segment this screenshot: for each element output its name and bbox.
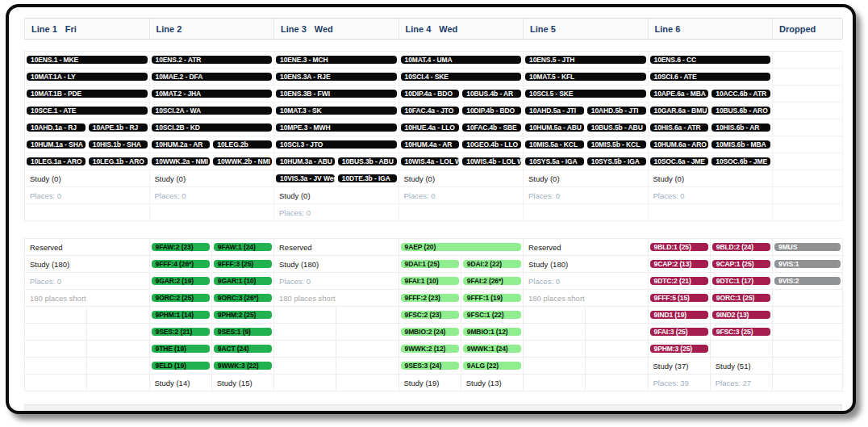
class-block[interactable]: 10SCI.2A - WA [152, 107, 273, 115]
class-block[interactable]: 10FAC.4b - SBE [462, 123, 521, 132]
class-block[interactable]: 10HUM.1a - SHA [27, 140, 86, 149]
class-block[interactable]: 10SCI.3 - JTO [276, 140, 397, 149]
class-block[interactable]: 10LEG.2b [213, 140, 272, 149]
class-block[interactable]: 9FFF:2 (23) [401, 294, 459, 302]
class-block[interactable]: 9PHM:1 (14) [152, 311, 210, 319]
class-block[interactable]: 9FAW:2 (23) [152, 243, 210, 251]
class-block[interactable]: 9ACT (24) [214, 345, 272, 353]
class-block[interactable]: 10GEO.4b - LLO [462, 140, 521, 149]
class-block[interactable]: 10LEG.1b - ARO [89, 157, 148, 165]
column-header-dropped[interactable]: Dropped [773, 19, 843, 39]
class-block[interactable]: 10WIS.4b - LOL Wed [462, 157, 521, 165]
column-header-line-5[interactable]: Line 5 [524, 19, 649, 39]
class-block[interactable]: 9FSC:3 (25) [712, 328, 770, 336]
class-block[interactable]: 10HUM.4a - AR [401, 140, 460, 149]
class-block[interactable]: 9GAR:1 (10) [214, 277, 272, 285]
class-block[interactable]: 10HIS.1b - SHA [89, 140, 148, 149]
column-header-line-4[interactable]: Line 4Wed [399, 19, 524, 39]
class-block[interactable]: 10BUS.5b - ABU [587, 123, 646, 132]
class-block[interactable]: 10MAT.2 - JHA [152, 90, 273, 98]
class-block[interactable]: 10FAC.4a - JTO [401, 107, 460, 115]
class-block[interactable]: 10ENS.2 - ATR [152, 56, 273, 64]
class-block[interactable]: 9DTC:1 (17) [712, 277, 770, 285]
class-block[interactable]: 10MPE.3 - MWH [276, 123, 397, 132]
class-block[interactable]: 10ENS.3A - RJE [276, 73, 397, 81]
class-block[interactable]: 10HUM.5a - ABU [525, 123, 584, 132]
class-block[interactable]: 10MAE.2 - DFA [152, 73, 273, 81]
class-block[interactable]: 10MIS.6b - MBA [712, 140, 770, 149]
class-block[interactable]: 9VIS:1 [774, 260, 841, 268]
class-block[interactable]: 10ENS.1 - MKE [27, 56, 148, 64]
class-block[interactable]: 9ORC:2 (25) [152, 294, 210, 302]
class-block[interactable]: 10HUE.4a - LLO [401, 123, 460, 132]
class-block[interactable]: 9DTC:2 (21) [650, 277, 708, 285]
class-block[interactable]: 10DTE.3b - IGA [338, 174, 397, 182]
class-block[interactable]: 9PHM:3 (25) [650, 345, 708, 353]
class-block[interactable]: 9CAP:2 (13) [650, 260, 708, 268]
class-block[interactable]: 9IND2 (13) [712, 311, 770, 319]
class-block[interactable]: 9PHM:2 (25) [214, 311, 272, 319]
class-block[interactable]: 10ENE.3 - MCH [276, 56, 397, 64]
class-block[interactable]: 9FFF:5 (15) [650, 294, 708, 302]
class-block[interactable]: 10BUS.3b - ABU [338, 157, 397, 165]
class-block[interactable]: 10SCI.4 - SKE [401, 73, 522, 81]
class-block[interactable]: 10HUM.6a - ARO [650, 140, 709, 149]
class-block[interactable]: 9THE (19) [152, 345, 210, 353]
class-block[interactable]: 10HIS.6b - AR [712, 123, 770, 132]
class-block[interactable]: 9WWK:2 (12) [401, 345, 459, 353]
class-block[interactable]: 9MUS [774, 243, 841, 251]
class-block[interactable]: 10MAT.1B - PDE [27, 90, 148, 98]
class-block[interactable]: 10MAT.5 - KFL [525, 73, 646, 81]
class-block[interactable]: 10MAT.4 - UMA [401, 56, 522, 64]
class-block[interactable]: 10ENS.3B - FWI [276, 90, 397, 98]
column-header-line-2[interactable]: Line 2 [150, 19, 275, 39]
class-block[interactable]: 10SOC.6b - JME [712, 157, 770, 165]
class-block[interactable]: 9IND1 (19) [650, 311, 708, 319]
class-block[interactable]: 10DIP.4b - BDO [462, 107, 521, 115]
class-block[interactable]: 10WWK.2a - NMI [152, 157, 211, 165]
class-block[interactable]: 10DIP.4a - BDO [401, 90, 460, 98]
class-block[interactable]: 9DAI:1 (25) [401, 260, 459, 268]
class-block[interactable]: 10VIS.3a - JV Wed [276, 174, 335, 182]
class-block[interactable]: 10BUS.4b - AR [462, 90, 521, 98]
class-block[interactable]: 10LEG.1a - ARO [27, 157, 86, 165]
class-block[interactable]: 10ACC.6b - ATR [712, 90, 770, 98]
class-block[interactable]: 9WWK:3 (22) [214, 362, 272, 370]
class-block[interactable]: 9SES:2 (21) [152, 328, 210, 336]
class-block[interactable]: 10HIS.6a - ATR [650, 123, 709, 132]
class-block[interactable]: 10SCI.2B - KD [152, 123, 273, 132]
class-block[interactable]: 10WWK.2b - NMI [213, 157, 272, 165]
class-block[interactable]: 10MAT.1A - LY [27, 73, 148, 81]
class-block[interactable]: 10ENS.6 - CC [650, 56, 771, 64]
class-block[interactable]: 10HUM.2a - AR [152, 140, 211, 149]
class-block[interactable]: 10WIS.4a - LOL Wed [401, 157, 460, 165]
class-block[interactable]: 9AEP (20) [401, 243, 522, 251]
class-block[interactable]: 9BLD:2 (24) [712, 243, 770, 251]
class-block[interactable]: 9BLD:1 (25) [650, 243, 708, 251]
class-block[interactable]: 9SES:1 (9) [214, 328, 272, 336]
class-block[interactable]: 9MBIO:2 (24) [401, 328, 459, 336]
class-block[interactable]: 9FAI:1 (10) [401, 277, 459, 285]
class-block[interactable]: 9ALG (22) [463, 362, 521, 370]
class-block[interactable]: 10HUM.3a - ABU [276, 157, 335, 165]
class-block[interactable]: 10ENS.5 - JTH [525, 56, 646, 64]
class-block[interactable]: 10MAT.3 - SK [276, 107, 397, 115]
class-block[interactable]: 10GAR.6a - BMU [650, 107, 709, 115]
class-block[interactable]: 9ELD (19) [152, 362, 210, 370]
class-block[interactable]: 10AHD.5a - JTI [525, 107, 584, 115]
class-block[interactable]: 10MIS.5a - KCL [525, 140, 584, 149]
class-block[interactable]: 10APE.1b - RJ [89, 123, 148, 132]
column-header-line-6[interactable]: Line 6 [649, 19, 774, 39]
column-header-line-1[interactable]: Line 1Fri [25, 19, 150, 39]
class-block[interactable]: 10AHD.1a - RJ [27, 123, 86, 132]
class-block[interactable]: 9GAR:2 (19) [152, 277, 210, 285]
class-block[interactable]: 9FSC:2 (23) [401, 311, 459, 319]
class-block[interactable]: 10AHD.5b - JTI [587, 107, 646, 115]
class-block[interactable]: 9SES:3 (24) [401, 362, 459, 370]
class-block[interactable]: 9WWK:1 (24) [463, 345, 521, 353]
class-block[interactable]: 9FAI:3 (25) [650, 328, 708, 336]
class-block[interactable]: 9ORC:1 (25) [712, 294, 770, 302]
class-block[interactable]: 10SCI.5 - SKE [525, 90, 646, 98]
class-block[interactable]: 9FAW:1 (24) [214, 243, 272, 251]
class-block[interactable]: 10MIS.5b - KCL [587, 140, 646, 149]
